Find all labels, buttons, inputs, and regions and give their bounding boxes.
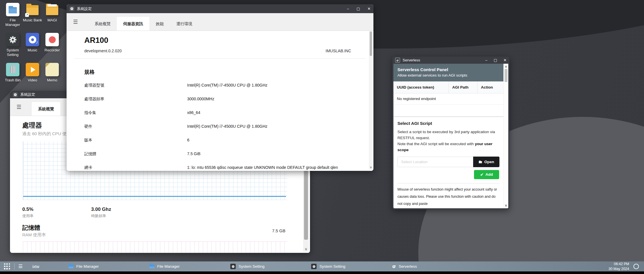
select-agi-note: Note that the AGI script will be execute…: [397, 142, 475, 146]
spec-value: 3000.0000MHz: [187, 97, 353, 101]
minimize-button[interactable]: –: [347, 5, 349, 13]
desktop-icon-label: Music: [22, 48, 43, 53]
desktop-icon-label: Recorder: [42, 48, 63, 53]
menu-icon[interactable]: ☰: [18, 263, 23, 269]
maximize-button[interactable]: ▢: [357, 5, 360, 13]
host-version: development.0.2.020: [84, 49, 122, 53]
cpu-clock-stat: 3.00 Ghz 時脈頻率: [91, 207, 111, 219]
desktop-icon-magi[interactable]: MAGI: [42, 3, 62, 33]
taskbar-item-serverless[interactable]: σ Serverless: [390, 261, 419, 271]
gear-icon: [69, 6, 74, 11]
menu-icon[interactable]: ☰: [14, 104, 24, 110]
scroll-down-icon[interactable]: ∨: [369, 165, 373, 169]
titlebar[interactable]: σ Serverless – ▢ ✕: [392, 57, 509, 64]
taskbar-item-system-setting-2[interactable]: System Setting: [309, 261, 348, 271]
cpu-usage-stat: 0.5% 使用率: [22, 207, 33, 219]
serverless-body: Serverless Control Panel Allow external …: [393, 64, 508, 208]
cpu-heading: 處理器: [22, 121, 42, 130]
spec-value: Intel(R) Core(TM) i7-4500U CPU @ 1.80GHz: [187, 83, 353, 87]
folder-open-icon: 🖿: [478, 160, 482, 164]
memo-note-icon: [45, 63, 59, 76]
music-disc-icon: [26, 33, 39, 46]
desktop-icon-music-bank[interactable]: ↗ Music Bank: [23, 3, 42, 33]
spec-row: 記憶體 7.5 GiB: [84, 147, 362, 161]
taskbar-left: ☰ ixtw: [0, 261, 39, 271]
status-ring-icon[interactable]: [633, 264, 639, 269]
spec-row: 網卡 1: lo: mtu 65536 qdisc noqueue state …: [84, 161, 362, 171]
table-header-row: UUID (access token) AGI Path Action: [393, 81, 503, 93]
tab-server-info[interactable]: 伺服器資訊: [117, 17, 149, 31]
desktop-icon-system-setting[interactable]: System Setting: [3, 33, 23, 63]
spec-value: Intel(R) Core(TM) i7-4500U CPU @ 1.80GHz: [187, 124, 353, 129]
app-launcher-icon[interactable]: [4, 263, 10, 270]
scroll-down-icon[interactable]: ∨: [504, 203, 508, 207]
endpoint-table: UUID (access token) AGI Path Action No r…: [393, 81, 503, 117]
col-action: Action: [477, 81, 503, 93]
desktop-icon-video[interactable]: Video: [23, 63, 42, 93]
spec-label: 硬件: [84, 124, 92, 129]
scrollbar-vertical[interactable]: ∨: [369, 31, 373, 170]
desktop-icon-file-manager[interactable]: File Manager: [3, 3, 23, 33]
taskbar-item-system-setting[interactable]: System Setting: [228, 261, 267, 271]
spec-label: 網卡: [84, 165, 92, 170]
trash-icon: [6, 63, 19, 76]
desktop-icon-label: Music Bank: [22, 18, 43, 23]
maximize-button[interactable]: ▢: [494, 57, 497, 64]
folder-icon: [69, 265, 73, 268]
open-button-label: Open: [484, 160, 494, 164]
record-icon: [45, 33, 59, 46]
spec-label: 處理器頻率: [84, 97, 104, 102]
gear-icon: [230, 264, 236, 269]
select-agi-desc: Select a script to be executed by 3rd pa…: [397, 130, 495, 140]
titlebar[interactable]: 系統設定 – ▢ ✕: [67, 4, 373, 13]
taskbar-item-file-manager-2[interactable]: File Manager: [147, 261, 182, 271]
taskbar-item-label: System Setting: [239, 264, 265, 269]
memory-heading: 記憶體: [22, 224, 40, 232]
empty-row: No registered endpoint: [393, 93, 503, 105]
scrollbar-thumb[interactable]: [505, 69, 507, 82]
sigma-icon: σ: [392, 264, 396, 269]
play-icon: [26, 63, 39, 76]
desktop-icon-memo[interactable]: Memo: [42, 63, 62, 93]
gear-icon: [13, 92, 18, 97]
spec-row: 版本 6: [84, 134, 362, 147]
scroll-up-icon[interactable]: ∧: [504, 65, 508, 69]
close-button[interactable]: ✕: [367, 5, 371, 13]
open-button[interactable]: 🖿 Open: [473, 157, 499, 167]
panel-title: Serverless Control Panel: [397, 67, 499, 72]
tab-runtime[interactable]: 運行環境: [170, 17, 199, 31]
tab-performance[interactable]: 效能: [149, 17, 170, 31]
spec-section-title: 規格: [84, 69, 95, 75]
close-button[interactable]: ✕: [503, 57, 507, 64]
minimize-button[interactable]: –: [485, 57, 487, 64]
folder-shortcut-icon: ↗: [26, 3, 39, 16]
folder-icon: [149, 265, 154, 268]
serverless-header: Serverless Control Panel Allow external …: [393, 64, 503, 81]
taskbar-item-file-manager[interactable]: File Manager: [66, 261, 101, 271]
spec-row: 指令集 x86_64: [84, 106, 362, 120]
desktop-icon-trash-bin[interactable]: Trash Bin: [3, 63, 23, 93]
desktop-icon-grid: File Manager ↗ Music Bank MAGI: [3, 3, 62, 93]
scrollbar-thumb[interactable]: [370, 31, 372, 56]
desktop: File Manager ↗ Music Bank MAGI: [0, 0, 644, 274]
warning-text: Misuse of serverless function might affe…: [393, 183, 503, 207]
spec-row: 硬件 Intel(R) Core(TM) i7-4500U CPU @ 1.80…: [84, 120, 362, 134]
scrollbar-vertical[interactable]: ∧ ∨: [503, 64, 508, 208]
add-button[interactable]: ✔ Add: [474, 170, 499, 179]
script-picker-row: 🖿 Open: [397, 157, 499, 167]
cpu-usage-label: 使用率: [22, 213, 33, 219]
desktop-icon-recorder[interactable]: Recorder: [42, 33, 62, 63]
spec-label: 指令集: [84, 110, 96, 115]
divider: [14, 263, 15, 270]
tab-overview[interactable]: 系統概覽: [88, 17, 117, 31]
menu-icon[interactable]: ☰: [71, 19, 80, 25]
taskbar-item-label: System Setting: [319, 264, 345, 269]
spec-label: 記憶體: [84, 151, 96, 157]
gear-icon: [311, 264, 317, 269]
tab-overview[interactable]: 系統概覽: [32, 102, 60, 116]
select-location-input[interactable]: [397, 157, 473, 167]
desktop-icon-music[interactable]: Music: [23, 33, 42, 63]
scroll-down-icon[interactable]: ∨: [303, 247, 309, 251]
check-icon: ✔: [480, 172, 483, 177]
cpu-clock-label: 時脈頻率: [91, 213, 111, 219]
